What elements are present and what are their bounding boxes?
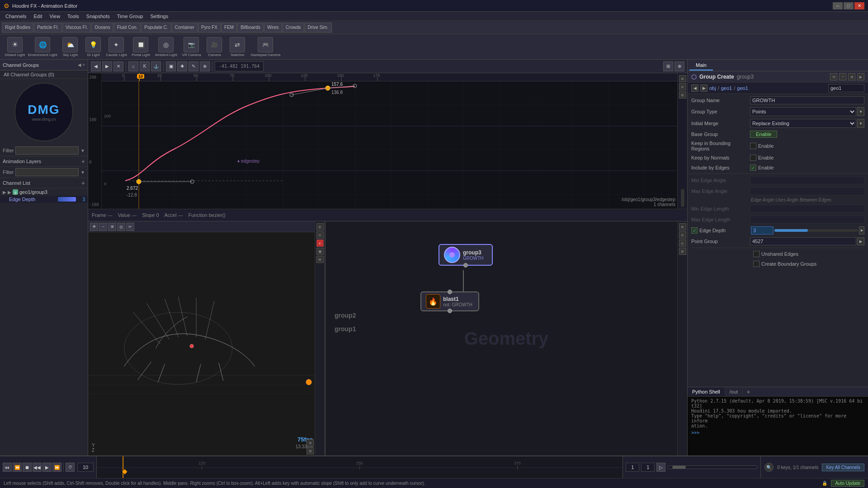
vp-right-icon3[interactable]: ● xyxy=(316,239,324,247)
timeline-scroll[interactable] xyxy=(667,465,758,469)
min-length-input[interactable] xyxy=(750,205,864,213)
vp-tool4[interactable]: ◎ xyxy=(117,223,125,231)
light-camera[interactable]: 🎥 Camera xyxy=(204,37,224,57)
vp-tool5[interactable]: ✂ xyxy=(126,223,134,231)
lock-icon[interactable]: 🔒 xyxy=(822,481,827,486)
node-group3[interactable]: group3 GROWTH xyxy=(439,244,493,266)
toolbar-btn-viscous[interactable]: Viscous FI. xyxy=(62,23,91,33)
anim-toolbar-key[interactable]: K xyxy=(140,61,150,71)
node-blast1[interactable]: 🔥 blast1 not: GROWTH xyxy=(420,291,479,311)
start-frame-input[interactable] xyxy=(626,463,639,472)
toolbar-btn-fluid[interactable]: Fluid Con. xyxy=(114,23,141,33)
prop-icon1[interactable]: ⚙ xyxy=(830,73,837,80)
forward-btn[interactable]: ▶ xyxy=(700,84,708,92)
point-group-btn[interactable]: ▶ xyxy=(857,237,864,245)
anim-toolbar-icon2[interactable]: ▶ xyxy=(102,61,112,71)
max-length-input[interactable] xyxy=(750,216,864,224)
maximize-button[interactable]: □ xyxy=(844,2,854,9)
max-angle-input[interactable] xyxy=(750,187,864,195)
vp-tool3[interactable]: ⊞ xyxy=(108,223,116,231)
light-caustic[interactable]: ✦ Caustic Light xyxy=(105,37,127,57)
toolbar-btn-drive-sim[interactable]: Drive Sim. xyxy=(305,23,332,33)
node-blast1-input[interactable] xyxy=(448,290,452,294)
tab-main[interactable]: Main xyxy=(689,61,713,70)
toolbar-btn-wires[interactable]: Wires xyxy=(264,23,282,33)
prop-icon4[interactable]: ▶ xyxy=(857,73,864,80)
toolbar-btn-fem[interactable]: FEM xyxy=(221,23,237,33)
toolbar-btn-crowds[interactable]: Crowds xyxy=(283,23,304,33)
menu-view[interactable]: View xyxy=(46,13,64,20)
anim-toolbar-frame[interactable]: ⌂ xyxy=(128,61,138,71)
menu-channels[interactable]: Channels xyxy=(2,13,30,20)
toolbar-btn-container[interactable]: Container xyxy=(172,23,198,33)
vp-tool1[interactable]: ✜ xyxy=(90,223,98,231)
ne-icon3[interactable]: ◎ xyxy=(679,239,686,247)
search-icon[interactable]: 🔍 xyxy=(764,463,774,472)
anim-toolbar-magnet[interactable]: ⊕ xyxy=(200,61,210,71)
out-tab[interactable]: /out xyxy=(725,387,743,396)
anim-right-icon3[interactable]: ⊞ xyxy=(679,91,686,99)
minimize-button[interactable]: – xyxy=(833,2,843,9)
light-switcher[interactable]: ⇄ Switcher xyxy=(226,37,249,57)
transport-start[interactable]: ⏮ xyxy=(3,463,12,472)
ne-icon2[interactable]: ⊖ xyxy=(679,231,686,239)
nav-geo1b[interactable]: geo1 xyxy=(737,85,748,91)
bounding-checkbox[interactable] xyxy=(750,143,756,149)
python-shell-tab[interactable]: Python Shell xyxy=(688,387,725,396)
transport-next-key[interactable]: ⏩ xyxy=(52,463,61,472)
anim-fit-icon[interactable]: ⊞ xyxy=(663,61,673,71)
anim-right-icon1[interactable]: ⊕ xyxy=(679,75,686,82)
add-tab-btn[interactable]: + xyxy=(743,387,754,396)
node-name-input[interactable] xyxy=(828,84,864,92)
end-frame-input[interactable] xyxy=(641,463,655,472)
light-gi[interactable]: 💡 GI Light xyxy=(83,37,103,57)
edges-checkbox[interactable]: ✓ xyxy=(750,164,756,171)
curve-canvas[interactable]: 157.6 136.8 2.672 -12.8 100 0 ♦ edgestep xyxy=(102,81,677,209)
menu-edit[interactable]: Edit xyxy=(30,13,46,20)
anim-toolbar-select[interactable]: ▣ xyxy=(166,61,176,71)
light-sky[interactable]: ⛅ Sky Light xyxy=(59,37,81,57)
transport-realtime[interactable]: ⏱ xyxy=(66,463,75,472)
play-mode-btn[interactable]: ▷ xyxy=(656,463,665,472)
toolbar-btn-populate[interactable]: Populate C. xyxy=(141,23,171,33)
close-button[interactable]: ✕ xyxy=(854,2,864,9)
toolbar-btn-particle[interactable]: Particle FI. xyxy=(34,23,62,33)
nav-obj[interactable]: obj xyxy=(709,85,716,91)
python-prompt-line[interactable]: >>> xyxy=(691,430,864,435)
vp-right-icon2[interactable]: ⊖ xyxy=(316,231,324,239)
vp-tool2[interactable]: ↔ xyxy=(99,223,107,231)
ne-icon1[interactable]: ⊕ xyxy=(679,223,686,230)
ne-icon4[interactable]: ⊞ xyxy=(679,248,686,255)
channel-groups-icon1[interactable]: ◀ xyxy=(78,62,81,67)
anim-zoom-icon[interactable]: ⊕ xyxy=(675,61,684,71)
viewport[interactable]: ✜ ↔ ⊞ ◎ ✂ ⊕ ⊖ ● ▣ ⊞ xyxy=(88,221,326,455)
light-environment[interactable]: 🌐 Environment Light xyxy=(28,37,57,57)
anim-scroll-track[interactable] xyxy=(681,189,684,207)
light-ambient[interactable]: ◎ Ambient Light xyxy=(154,37,178,57)
transport-stop[interactable]: ⏹ xyxy=(23,463,32,472)
normals-checkbox[interactable] xyxy=(750,155,756,161)
prop-icon2[interactable]: ? xyxy=(839,73,846,80)
transport-prev-key[interactable]: ⏪ xyxy=(13,463,22,472)
node-editor[interactable]: Geometry group2 group1 group3 GROWTH xyxy=(326,221,687,455)
initial-merge-arrow[interactable]: ▼ xyxy=(857,119,864,128)
menu-time-group[interactable]: Time Group xyxy=(113,13,147,20)
node-blast1-output[interactable] xyxy=(448,309,452,313)
boundary-checkbox[interactable] xyxy=(753,261,760,267)
unshared-checkbox[interactable] xyxy=(753,251,760,257)
channel-list-add[interactable]: + xyxy=(81,179,85,187)
menu-snapshots[interactable]: Snapshots xyxy=(83,13,113,20)
anim-toolbar-icon1[interactable]: ◀ xyxy=(91,61,101,71)
anim-toolbar-icon3[interactable]: ✕ xyxy=(113,61,123,71)
anim-toolbar-anchor[interactable]: ⚓ xyxy=(151,61,161,71)
vp-right-icon5[interactable]: ⊞ xyxy=(316,256,324,263)
point-group-input[interactable] xyxy=(750,237,856,245)
filter-input[interactable] xyxy=(15,146,79,155)
group-type-arrow[interactable]: ▼ xyxy=(857,107,864,116)
filter2-input[interactable] xyxy=(15,168,79,176)
timeline-track[interactable]: 125 250 375 xyxy=(97,456,623,478)
light-distant[interactable]: ☀ Distant Light xyxy=(4,37,26,57)
anim-toolbar-pen[interactable]: ✎ xyxy=(189,61,198,71)
current-frame-input[interactable] xyxy=(77,463,94,472)
key-all-channels-btn[interactable]: Key All Channels xyxy=(822,464,864,471)
